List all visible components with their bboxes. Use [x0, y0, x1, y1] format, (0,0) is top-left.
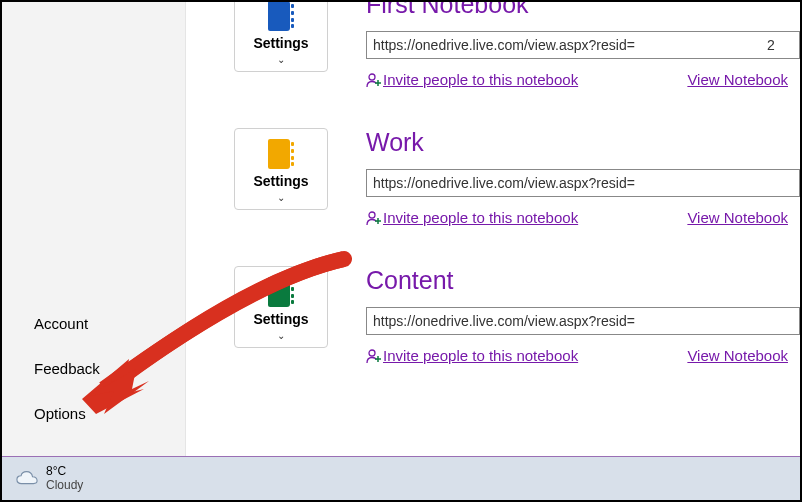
sidebar-item-label: Feedback [34, 360, 100, 377]
notebook-row: Settings ⌄ First Notebook Invite people … [234, 2, 800, 88]
taskbar: 8°C Cloudy [2, 457, 800, 500]
weather-condition: Cloudy [46, 479, 83, 493]
notebook-url-input[interactable] [366, 169, 800, 197]
weather-widget[interactable]: 8°C Cloudy [46, 465, 83, 493]
notebook-title: Work [366, 128, 800, 157]
content-area: Settings ⌄ First Notebook Invite people … [186, 2, 800, 458]
invite-people-icon [366, 210, 382, 226]
notebook-settings-button[interactable]: Settings ⌄ [234, 266, 328, 348]
sidebar-item-account[interactable]: Account [2, 301, 185, 346]
settings-label: Settings [253, 173, 308, 189]
sidebar: Account Feedback Options [2, 2, 186, 458]
invite-people-icon [366, 348, 382, 364]
notebook-icon [268, 139, 294, 169]
invite-link[interactable]: Invite people to this notebook [383, 347, 578, 364]
notebook-title: Content [366, 266, 800, 295]
notebook-title: First Notebook [366, 2, 800, 19]
sidebar-item-feedback[interactable]: Feedback [2, 346, 185, 391]
sidebar-item-label: Options [34, 405, 86, 422]
notebook-icon [268, 2, 294, 31]
settings-label: Settings [253, 35, 308, 51]
svg-point-6 [369, 350, 375, 356]
weather-cloud-icon [16, 470, 38, 488]
svg-point-0 [369, 74, 375, 80]
notebook-settings-button[interactable]: Settings ⌄ [234, 2, 328, 72]
invite-link[interactable]: Invite people to this notebook [383, 71, 578, 88]
chevron-down-icon: ⌄ [277, 331, 285, 341]
notebook-row: Settings ⌄ Content Invite people to this… [234, 266, 800, 364]
notebook-row: Settings ⌄ Work Invite people to this no… [234, 128, 800, 226]
view-notebook-link[interactable]: View Notebook [687, 347, 788, 364]
invite-people-icon [366, 72, 382, 88]
svg-point-3 [369, 212, 375, 218]
notebook-settings-button[interactable]: Settings ⌄ [234, 128, 328, 210]
settings-label: Settings [253, 311, 308, 327]
notebook-url-input[interactable] [366, 31, 800, 59]
view-notebook-link[interactable]: View Notebook [687, 209, 788, 226]
chevron-down-icon: ⌄ [277, 193, 285, 203]
sidebar-item-options[interactable]: Options [2, 391, 185, 436]
chevron-down-icon: ⌄ [277, 55, 285, 65]
sidebar-item-label: Account [34, 315, 88, 332]
notebook-icon [268, 277, 294, 307]
notebook-url-input[interactable] [366, 307, 800, 335]
invite-link[interactable]: Invite people to this notebook [383, 209, 578, 226]
view-notebook-link[interactable]: View Notebook [687, 71, 788, 88]
weather-temperature: 8°C [46, 465, 83, 479]
